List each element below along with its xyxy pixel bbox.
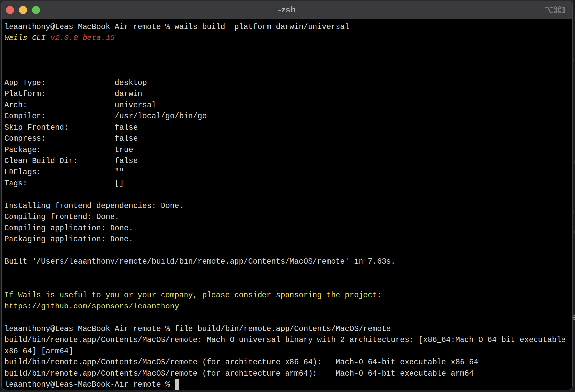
svg-text:1: 1 bbox=[562, 5, 565, 15]
